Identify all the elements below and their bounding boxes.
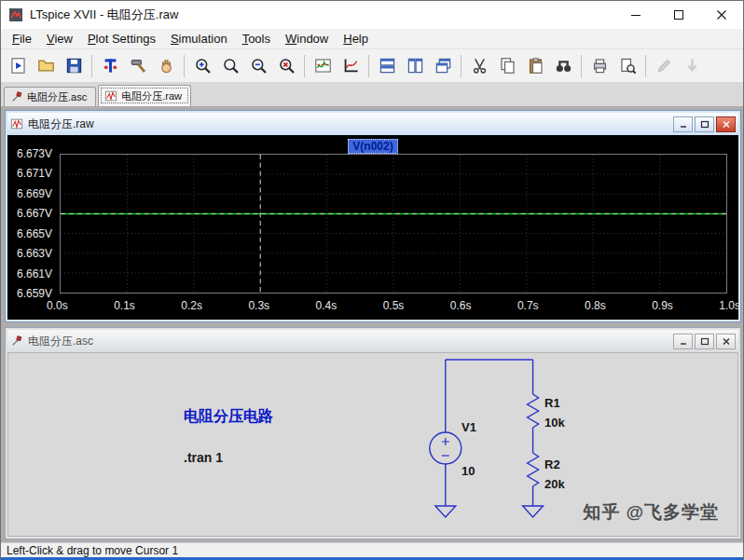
hammer-icon: [130, 57, 147, 75]
run-icon: [9, 57, 27, 75]
waveform-window-titlebar[interactable]: 电阻分压.raw: [7, 113, 738, 135]
ground-symbol[interactable]: [523, 506, 544, 517]
y-tick-label: 6.673V: [7, 146, 56, 161]
menu-plot-settings[interactable]: Plot Settings: [80, 29, 163, 48]
paste-icon: [527, 57, 544, 75]
x-tick-label: 0.0s: [47, 299, 68, 312]
pencil-icon: [655, 57, 673, 75]
trace-label[interactable]: V(n002): [348, 139, 397, 154]
x-tick-label: 0.2s: [181, 299, 202, 312]
resistor-r1-symbol[interactable]: [528, 360, 539, 453]
x-tick-label: 0.4s: [316, 299, 338, 312]
y-axis: 6.673V 6.671V 6.669V 6.667V 6.665V 6.663…: [7, 146, 56, 301]
titlebar[interactable]: LTspice XVII - 电阻分压.raw: [1, 1, 743, 29]
waveform-window-title: 电阻分压.raw: [28, 116, 94, 132]
paste-button[interactable]: [521, 53, 549, 79]
y-tick-label: 6.661V: [7, 266, 56, 281]
menu-window[interactable]: Window: [278, 29, 336, 48]
autorange-button[interactable]: [309, 53, 337, 79]
tile-horizontal-button[interactable]: [373, 53, 401, 79]
plot-settings-button[interactable]: [337, 53, 365, 79]
tab-waveform[interactable]: 电阻分压.raw: [98, 85, 191, 106]
voltage-source-symbol[interactable]: [430, 432, 462, 464]
run-button[interactable]: [4, 53, 32, 79]
printer-icon: [591, 57, 609, 75]
mdi-area: 电阻分压.raw V(n002) 6.673V 6.671V 6.669V 6.…: [1, 106, 743, 542]
x-tick-label: 0.9s: [652, 299, 673, 312]
statusbar: Left-Click & drag to move Cursor 1: [1, 542, 743, 557]
pencil-button[interactable]: [650, 53, 678, 79]
component-ref-v1[interactable]: V1: [462, 420, 476, 434]
component-value-r1[interactable]: 10k: [544, 416, 565, 430]
menu-simulation[interactable]: Simulation: [163, 29, 235, 48]
schematic-canvas[interactable]: 电阻分压电路 .tran 1 V1 10 R1 10k R2 20k 知乎 @飞…: [7, 352, 738, 537]
plot-grid[interactable]: [60, 154, 727, 294]
tile-vertical-icon: [406, 57, 424, 75]
schematic-window-titlebar[interactable]: 电阻分压.asc: [7, 330, 738, 352]
cut-button[interactable]: [465, 53, 493, 79]
minimize-button[interactable]: [614, 1, 657, 29]
resistor-r2-symbol[interactable]: [528, 453, 539, 506]
tab-label: 电阻分压.raw: [121, 89, 182, 103]
menu-view[interactable]: View: [39, 29, 80, 48]
copy-button[interactable]: [493, 53, 521, 79]
zoom-in-button[interactable]: [188, 53, 216, 79]
x-tick-label: 0.3s: [248, 299, 269, 312]
component-button[interactable]: [96, 53, 124, 79]
component-ref-r1[interactable]: R1: [544, 396, 560, 410]
ground-symbol[interactable]: [435, 506, 456, 517]
save-button[interactable]: [60, 53, 88, 79]
open-button[interactable]: [32, 53, 60, 79]
component-value-v1[interactable]: 10: [462, 464, 475, 478]
find-button[interactable]: [549, 53, 577, 79]
x-tick-label: 0.7s: [517, 299, 539, 312]
autorange-icon: [314, 57, 332, 75]
pan-button[interactable]: [152, 53, 180, 79]
hand-icon: [158, 57, 175, 75]
menubar: File View Plot Settings Simulation Tools…: [1, 29, 743, 49]
toolbar-separator: [368, 55, 369, 77]
schematic-minimize-button[interactable]: [673, 334, 693, 349]
schematic-window: 电阻分压.asc: [5, 327, 741, 540]
spice-directive[interactable]: .tran 1: [184, 450, 223, 465]
plot-pane[interactable]: V(n002) 6.673V 6.671V 6.669V 6.667V 6.66…: [7, 135, 738, 320]
tile-horizontal-icon: [379, 57, 396, 75]
toolbar-separator: [461, 55, 462, 77]
plot-axes-icon: [342, 57, 360, 75]
schematic-window-controls: [673, 334, 736, 349]
print-preview-button[interactable]: [613, 53, 641, 79]
schematic-restore-button[interactable]: [695, 334, 714, 349]
close-button[interactable]: [700, 1, 743, 29]
waveform-close-button[interactable]: [716, 116, 736, 132]
trace-title: V(n002): [7, 137, 738, 154]
app-icon: [8, 7, 23, 22]
toolbar-separator: [304, 55, 305, 77]
zoom-full-button[interactable]: [272, 53, 300, 79]
component-value-r2[interactable]: 20k: [544, 477, 565, 491]
zoom-out-button[interactable]: [244, 53, 272, 79]
waveform-window: 电阻分压.raw V(n002) 6.673V 6.671V 6.669V 6.…: [5, 110, 741, 322]
menu-help[interactable]: Help: [336, 29, 376, 48]
schematic-icon: [10, 90, 23, 103]
menu-file[interactable]: File: [5, 29, 39, 48]
window-title: LTspice XVII - 电阻分压.raw: [30, 7, 178, 23]
cascade-button[interactable]: [429, 53, 457, 79]
schematic-close-button[interactable]: [716, 334, 736, 349]
control-panel-button[interactable]: [124, 53, 152, 79]
scissors-icon: [471, 57, 489, 75]
print-preview-icon: [619, 57, 637, 75]
maximize-button[interactable]: [657, 1, 700, 29]
zoom-box-button[interactable]: [216, 53, 244, 79]
toolbar-separator: [645, 55, 646, 77]
schematic-comment[interactable]: 电阻分压电路: [184, 407, 273, 427]
component-ref-r2[interactable]: R2: [544, 458, 560, 471]
toolbar-separator: [581, 55, 582, 77]
waveform-minimize-button[interactable]: [673, 116, 693, 132]
menu-tools[interactable]: Tools: [235, 29, 278, 48]
waveform-restore-button[interactable]: [695, 116, 714, 132]
tile-vertical-button[interactable]: [401, 53, 429, 79]
x-tick-label: 0.6s: [450, 299, 472, 312]
print-button[interactable]: [586, 53, 613, 79]
move-down-button[interactable]: [678, 53, 706, 79]
tab-schematic[interactable]: 电阻分压.asc: [4, 87, 96, 106]
